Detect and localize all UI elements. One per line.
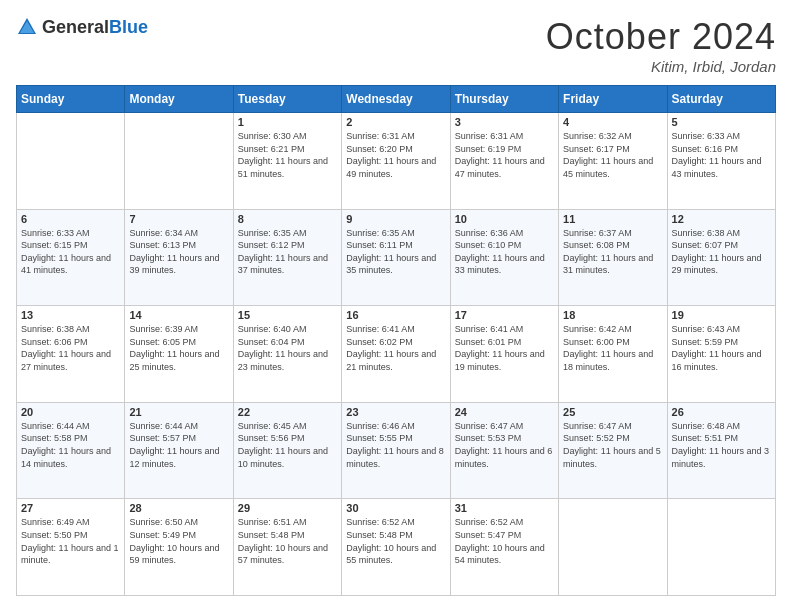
day-info: Sunrise: 6:46 AM Sunset: 5:55 PM Dayligh… <box>346 420 445 470</box>
day-info: Sunrise: 6:37 AM Sunset: 6:08 PM Dayligh… <box>563 227 662 277</box>
day-number: 21 <box>129 406 228 418</box>
day-info: Sunrise: 6:52 AM Sunset: 5:47 PM Dayligh… <box>455 516 554 566</box>
day-info: Sunrise: 6:33 AM Sunset: 6:16 PM Dayligh… <box>672 130 771 180</box>
header-row: Sunday Monday Tuesday Wednesday Thursday… <box>17 86 776 113</box>
day-info: Sunrise: 6:33 AM Sunset: 6:15 PM Dayligh… <box>21 227 120 277</box>
day-info: Sunrise: 6:30 AM Sunset: 6:21 PM Dayligh… <box>238 130 337 180</box>
table-cell: 20Sunrise: 6:44 AM Sunset: 5:58 PM Dayli… <box>17 402 125 499</box>
table-cell <box>17 113 125 210</box>
col-sunday: Sunday <box>17 86 125 113</box>
day-info: Sunrise: 6:38 AM Sunset: 6:07 PM Dayligh… <box>672 227 771 277</box>
table-cell: 25Sunrise: 6:47 AM Sunset: 5:52 PM Dayli… <box>559 402 667 499</box>
table-cell: 23Sunrise: 6:46 AM Sunset: 5:55 PM Dayli… <box>342 402 450 499</box>
day-number: 18 <box>563 309 662 321</box>
table-cell <box>667 499 775 596</box>
title-block: October 2024 Kitim, Irbid, Jordan <box>546 16 776 75</box>
day-number: 27 <box>21 502 120 514</box>
day-number: 4 <box>563 116 662 128</box>
table-cell: 1Sunrise: 6:30 AM Sunset: 6:21 PM Daylig… <box>233 113 341 210</box>
logo-blue: Blue <box>109 17 148 37</box>
day-info: Sunrise: 6:31 AM Sunset: 6:20 PM Dayligh… <box>346 130 445 180</box>
day-number: 17 <box>455 309 554 321</box>
table-cell: 7Sunrise: 6:34 AM Sunset: 6:13 PM Daylig… <box>125 209 233 306</box>
table-cell: 24Sunrise: 6:47 AM Sunset: 5:53 PM Dayli… <box>450 402 558 499</box>
col-saturday: Saturday <box>667 86 775 113</box>
day-number: 13 <box>21 309 120 321</box>
table-cell: 13Sunrise: 6:38 AM Sunset: 6:06 PM Dayli… <box>17 306 125 403</box>
calendar-body: 1Sunrise: 6:30 AM Sunset: 6:21 PM Daylig… <box>17 113 776 596</box>
logo-general: General <box>42 17 109 37</box>
day-info: Sunrise: 6:31 AM Sunset: 6:19 PM Dayligh… <box>455 130 554 180</box>
table-cell: 17Sunrise: 6:41 AM Sunset: 6:01 PM Dayli… <box>450 306 558 403</box>
day-number: 12 <box>672 213 771 225</box>
day-number: 15 <box>238 309 337 321</box>
day-info: Sunrise: 6:45 AM Sunset: 5:56 PM Dayligh… <box>238 420 337 470</box>
table-cell: 28Sunrise: 6:50 AM Sunset: 5:49 PM Dayli… <box>125 499 233 596</box>
day-info: Sunrise: 6:42 AM Sunset: 6:00 PM Dayligh… <box>563 323 662 373</box>
day-number: 24 <box>455 406 554 418</box>
day-info: Sunrise: 6:41 AM Sunset: 6:02 PM Dayligh… <box>346 323 445 373</box>
week-row-3: 20Sunrise: 6:44 AM Sunset: 5:58 PM Dayli… <box>17 402 776 499</box>
day-number: 5 <box>672 116 771 128</box>
day-number: 3 <box>455 116 554 128</box>
day-info: Sunrise: 6:36 AM Sunset: 6:10 PM Dayligh… <box>455 227 554 277</box>
day-info: Sunrise: 6:32 AM Sunset: 6:17 PM Dayligh… <box>563 130 662 180</box>
calendar-location: Kitim, Irbid, Jordan <box>546 58 776 75</box>
col-monday: Monday <box>125 86 233 113</box>
table-cell: 30Sunrise: 6:52 AM Sunset: 5:48 PM Dayli… <box>342 499 450 596</box>
logo-text: GeneralBlue <box>42 17 148 38</box>
day-number: 31 <box>455 502 554 514</box>
week-row-1: 6Sunrise: 6:33 AM Sunset: 6:15 PM Daylig… <box>17 209 776 306</box>
week-row-2: 13Sunrise: 6:38 AM Sunset: 6:06 PM Dayli… <box>17 306 776 403</box>
col-wednesday: Wednesday <box>342 86 450 113</box>
table-cell: 29Sunrise: 6:51 AM Sunset: 5:48 PM Dayli… <box>233 499 341 596</box>
day-info: Sunrise: 6:51 AM Sunset: 5:48 PM Dayligh… <box>238 516 337 566</box>
table-cell: 2Sunrise: 6:31 AM Sunset: 6:20 PM Daylig… <box>342 113 450 210</box>
table-cell: 18Sunrise: 6:42 AM Sunset: 6:00 PM Dayli… <box>559 306 667 403</box>
day-number: 7 <box>129 213 228 225</box>
header: GeneralBlue October 2024 Kitim, Irbid, J… <box>16 16 776 75</box>
table-cell: 19Sunrise: 6:43 AM Sunset: 5:59 PM Dayli… <box>667 306 775 403</box>
page: GeneralBlue October 2024 Kitim, Irbid, J… <box>0 0 792 612</box>
day-number: 26 <box>672 406 771 418</box>
table-cell: 22Sunrise: 6:45 AM Sunset: 5:56 PM Dayli… <box>233 402 341 499</box>
calendar-title: October 2024 <box>546 16 776 58</box>
day-info: Sunrise: 6:50 AM Sunset: 5:49 PM Dayligh… <box>129 516 228 566</box>
logo: GeneralBlue <box>16 16 148 38</box>
day-number: 6 <box>21 213 120 225</box>
day-info: Sunrise: 6:40 AM Sunset: 6:04 PM Dayligh… <box>238 323 337 373</box>
day-info: Sunrise: 6:35 AM Sunset: 6:12 PM Dayligh… <box>238 227 337 277</box>
table-cell: 26Sunrise: 6:48 AM Sunset: 5:51 PM Dayli… <box>667 402 775 499</box>
day-number: 29 <box>238 502 337 514</box>
day-number: 22 <box>238 406 337 418</box>
day-info: Sunrise: 6:35 AM Sunset: 6:11 PM Dayligh… <box>346 227 445 277</box>
table-cell: 27Sunrise: 6:49 AM Sunset: 5:50 PM Dayli… <box>17 499 125 596</box>
day-info: Sunrise: 6:44 AM Sunset: 5:58 PM Dayligh… <box>21 420 120 470</box>
day-number: 25 <box>563 406 662 418</box>
table-cell: 6Sunrise: 6:33 AM Sunset: 6:15 PM Daylig… <box>17 209 125 306</box>
week-row-4: 27Sunrise: 6:49 AM Sunset: 5:50 PM Dayli… <box>17 499 776 596</box>
table-cell: 16Sunrise: 6:41 AM Sunset: 6:02 PM Dayli… <box>342 306 450 403</box>
day-number: 1 <box>238 116 337 128</box>
table-cell: 9Sunrise: 6:35 AM Sunset: 6:11 PM Daylig… <box>342 209 450 306</box>
table-cell <box>125 113 233 210</box>
day-info: Sunrise: 6:39 AM Sunset: 6:05 PM Dayligh… <box>129 323 228 373</box>
day-info: Sunrise: 6:49 AM Sunset: 5:50 PM Dayligh… <box>21 516 120 566</box>
calendar-table: Sunday Monday Tuesday Wednesday Thursday… <box>16 85 776 596</box>
table-cell: 14Sunrise: 6:39 AM Sunset: 6:05 PM Dayli… <box>125 306 233 403</box>
table-cell: 15Sunrise: 6:40 AM Sunset: 6:04 PM Dayli… <box>233 306 341 403</box>
day-number: 30 <box>346 502 445 514</box>
day-info: Sunrise: 6:52 AM Sunset: 5:48 PM Dayligh… <box>346 516 445 566</box>
table-cell: 21Sunrise: 6:44 AM Sunset: 5:57 PM Dayli… <box>125 402 233 499</box>
day-number: 2 <box>346 116 445 128</box>
table-cell: 12Sunrise: 6:38 AM Sunset: 6:07 PM Dayli… <box>667 209 775 306</box>
col-thursday: Thursday <box>450 86 558 113</box>
day-number: 11 <box>563 213 662 225</box>
table-cell: 3Sunrise: 6:31 AM Sunset: 6:19 PM Daylig… <box>450 113 558 210</box>
day-number: 9 <box>346 213 445 225</box>
day-number: 10 <box>455 213 554 225</box>
day-info: Sunrise: 6:41 AM Sunset: 6:01 PM Dayligh… <box>455 323 554 373</box>
week-row-0: 1Sunrise: 6:30 AM Sunset: 6:21 PM Daylig… <box>17 113 776 210</box>
table-cell: 11Sunrise: 6:37 AM Sunset: 6:08 PM Dayli… <box>559 209 667 306</box>
day-info: Sunrise: 6:44 AM Sunset: 5:57 PM Dayligh… <box>129 420 228 470</box>
